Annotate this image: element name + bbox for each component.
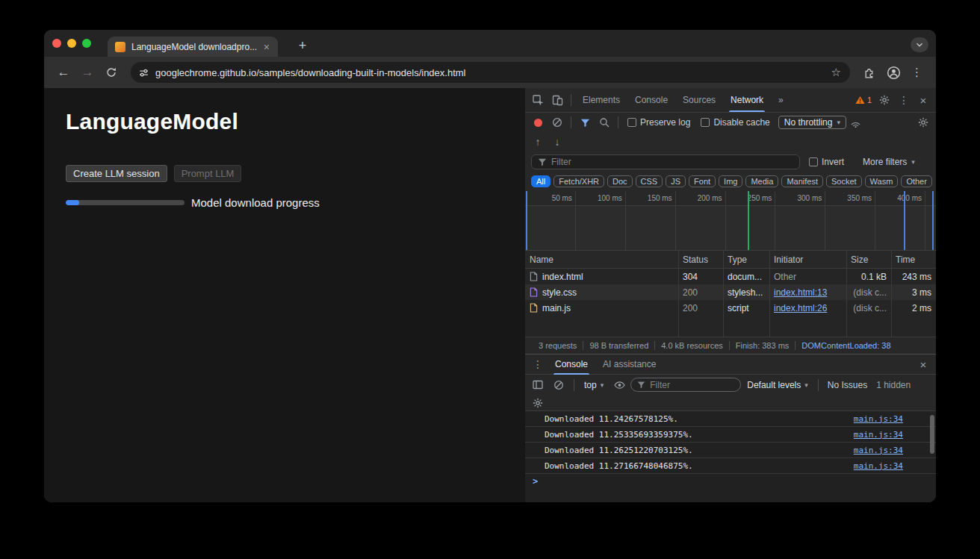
network-conditions-button[interactable]	[846, 114, 866, 131]
column-divider[interactable]	[723, 251, 724, 337]
disable-cache-checkbox[interactable]	[701, 118, 710, 127]
console-message[interactable]: Downloaded 11.27166748046875%. main.js:3…	[525, 458, 936, 474]
preserve-log-option[interactable]: Preserve log	[627, 117, 690, 128]
network-search-button[interactable]	[595, 114, 614, 131]
import-har-icon[interactable]: ↑	[528, 134, 548, 150]
log-levels-select[interactable]: Default levels ▾	[742, 380, 813, 390]
no-issues-label[interactable]: No Issues	[824, 380, 871, 390]
chip-manifest[interactable]: Manifest	[781, 175, 823, 187]
column-divider[interactable]	[769, 251, 770, 337]
more-tabs-button[interactable]: »	[771, 88, 791, 112]
chip-css[interactable]: CSS	[636, 175, 663, 187]
filter-toggle-button[interactable]	[575, 114, 595, 131]
new-tab-button[interactable]: +	[293, 36, 312, 55]
close-window-button[interactable]	[52, 39, 61, 48]
message-source-link[interactable]: main.js:34	[854, 446, 903, 455]
export-har-icon[interactable]: ↓	[548, 134, 567, 150]
console-prompt[interactable]: >	[525, 474, 936, 489]
maximize-window-button[interactable]	[82, 39, 91, 48]
minimize-window-button[interactable]	[67, 39, 76, 48]
drawer-tab-ai-assistance[interactable]: AI assistance	[595, 355, 663, 375]
more-filters-button[interactable]: More filters ▾	[863, 157, 915, 167]
chip-all[interactable]: All	[531, 175, 551, 187]
tab-search-button[interactable]	[911, 37, 928, 52]
initiator-link[interactable]: index.html:13	[774, 287, 827, 298]
chip-doc[interactable]: Doc	[607, 175, 633, 187]
drawer-menu-icon[interactable]: ⋮	[528, 356, 548, 372]
chip-font[interactable]: Font	[689, 175, 716, 187]
tab-console[interactable]: Console	[627, 88, 675, 112]
table-row[interactable]: style.css 200 stylesh... index.html:13 (…	[525, 284, 936, 300]
extensions-button[interactable]	[859, 62, 880, 83]
network-filter-input[interactable]	[551, 157, 793, 167]
record-network-log-button[interactable]	[528, 114, 548, 131]
console-filter-input[interactable]	[650, 380, 734, 390]
col-size[interactable]: Size	[846, 254, 891, 265]
table-row[interactable]: index.html 304 docum... Other 0.1 kB 243…	[525, 269, 936, 284]
clear-console-button[interactable]	[549, 377, 568, 393]
column-divider[interactable]	[891, 251, 892, 337]
col-initiator[interactable]: Initiator	[769, 254, 846, 265]
console-filter-box[interactable]	[630, 378, 741, 392]
site-settings-icon[interactable]	[138, 67, 149, 78]
devtools-settings-icon[interactable]	[875, 92, 894, 108]
console-settings-gear-icon[interactable]	[528, 395, 548, 411]
drawer-close-icon[interactable]: ×	[914, 356, 933, 372]
browser-menu-button[interactable]: ⋮	[907, 66, 927, 79]
console-message[interactable]: Downloaded 11.25335693359375%. main.js:3…	[525, 427, 936, 443]
initiator-link[interactable]: index.html:26	[774, 303, 827, 313]
devtools-menu-icon[interactable]: ⋮	[894, 92, 914, 108]
drawer-tab-console[interactable]: Console	[548, 355, 595, 375]
browser-tab[interactable]: LanguageModel downloadpro... ×	[108, 37, 278, 57]
profile-button[interactable]	[883, 62, 904, 83]
hidden-messages-label[interactable]: 1 hidden	[872, 380, 914, 390]
inspect-element-icon[interactable]	[528, 92, 548, 108]
console-scrollbar[interactable]	[930, 415, 934, 454]
chip-img[interactable]: Img	[719, 175, 742, 187]
invert-option[interactable]: Invert	[809, 157, 844, 167]
tab-elements[interactable]: Elements	[575, 88, 627, 112]
tab-sources[interactable]: Sources	[675, 88, 723, 112]
create-session-button[interactable]: Create LLM session	[66, 165, 167, 182]
reload-button[interactable]	[101, 62, 122, 83]
message-source-link[interactable]: main.js:34	[854, 430, 903, 440]
tab-close-icon[interactable]: ×	[261, 41, 272, 53]
message-source-link[interactable]: main.js:34	[854, 414, 903, 424]
console-sidebar-icon[interactable]	[528, 377, 548, 393]
clear-network-log-button[interactable]	[548, 114, 567, 131]
chip-media[interactable]: Media	[745, 175, 778, 187]
forward-button[interactable]: →	[77, 62, 98, 83]
omnibox[interactable]: ☆	[131, 62, 850, 83]
context-selector[interactable]: top ▾	[580, 380, 608, 390]
network-filter-input-box[interactable]	[531, 154, 800, 169]
device-toolbar-icon[interactable]	[548, 92, 567, 108]
col-name[interactable]: Name	[525, 254, 678, 265]
devtools-close-icon[interactable]: ×	[914, 92, 933, 108]
message-source-link[interactable]: main.js:34	[854, 461, 903, 471]
network-overview[interactable]: 50 ms 100 ms 150 ms 200 ms 250 ms 300 ms…	[525, 191, 936, 251]
console-message[interactable]: Downloaded 11.24267578125%. main.js:34	[525, 411, 936, 427]
table-row[interactable]: main.js 200 script index.html:26 (disk c…	[525, 300, 936, 316]
col-type[interactable]: Type	[723, 254, 769, 265]
chip-wasm[interactable]: Wasm	[865, 175, 899, 187]
chip-other[interactable]: Other	[901, 175, 932, 187]
invert-checkbox[interactable]	[809, 157, 818, 166]
bookmark-star-icon[interactable]: ☆	[830, 66, 843, 79]
preserve-log-checkbox[interactable]	[627, 118, 636, 127]
issues-badge[interactable]: 1	[852, 96, 875, 104]
tab-network[interactable]: Network	[723, 88, 771, 112]
chip-fetch-xhr[interactable]: Fetch/XHR	[553, 175, 604, 187]
chip-socket[interactable]: Socket	[826, 175, 862, 187]
col-status[interactable]: Status	[678, 254, 723, 265]
console-message[interactable]: Downloaded 11.26251220703125%. main.js:3…	[525, 443, 936, 458]
back-button[interactable]: ←	[53, 62, 74, 83]
url-input[interactable]	[155, 67, 830, 78]
network-settings-icon[interactable]	[914, 114, 933, 131]
live-expression-eye-icon[interactable]	[610, 377, 629, 393]
disable-cache-option[interactable]: Disable cache	[701, 117, 769, 128]
column-divider[interactable]	[678, 251, 679, 337]
chip-js[interactable]: JS	[666, 175, 686, 187]
column-divider[interactable]	[846, 251, 847, 337]
throttling-select[interactable]: No throttling ▾	[778, 116, 846, 129]
col-time[interactable]: Time	[891, 254, 936, 265]
